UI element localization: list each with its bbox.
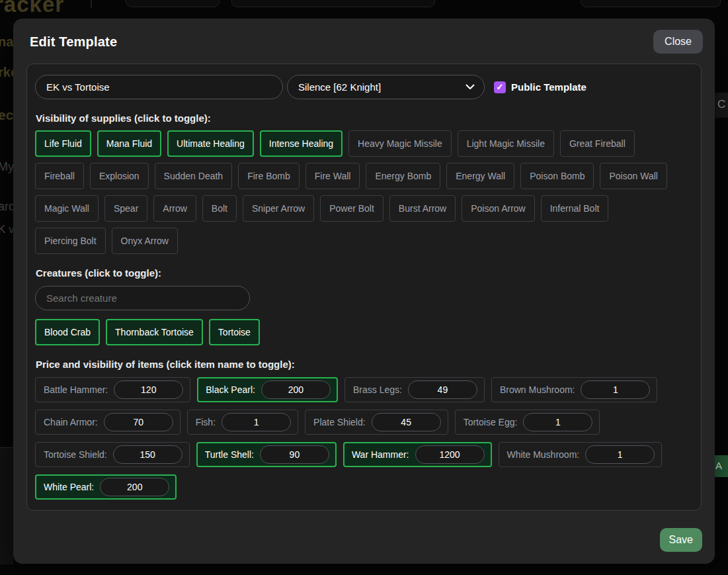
item-tortoise-egg: Tortoise Egg: [455,410,600,435]
supply-toggle-life-fluid[interactable]: Life Fluid [35,130,91,157]
creature-toggle-tortoise[interactable]: Tortoise [209,319,260,345]
item-war-hammer: War Hammer: [343,442,492,467]
supply-toggle-poison-wall[interactable]: Poison Wall [600,163,667,189]
supply-toggle-piercing-bolt[interactable]: Piercing Bolt [35,228,106,254]
item-name-toggle-plate-shield[interactable]: Plate Shield: [313,417,366,427]
item-name-toggle-white-mushroom[interactable]: White Mushroom: [507,449,580,460]
creatures-row: Blood CrabThornback TortoiseTortoise [35,319,693,345]
checkbox-box: ✓ [494,81,506,93]
background-logo-partial: racker [0,0,64,17]
supply-toggle-heavy-magic-missile[interactable]: Heavy Magic Missile [348,130,452,157]
supply-toggle-great-fireball[interactable]: Great Fireball [560,130,635,157]
item-name-toggle-white-pearl[interactable]: White Pearl: [44,482,94,492]
character-select[interactable]: Silence [62 Knight] [287,75,485,99]
item-price-input-chain-armor[interactable] [104,413,173,431]
creatures-section-label: Creatures (click to toggle): [36,267,693,279]
item-tortoise-shield: Tortoise Shield: [35,442,190,467]
item-name-toggle-brass-legs[interactable]: Brass Legs: [353,384,402,395]
item-plate-shield: Plate Shield: [305,410,448,435]
edit-template-modal: Edit Template Close Silence [62 Knight] … [13,19,715,564]
supplies-row: Magic WallSpearArrowBoltSniper ArrowPowe… [35,195,693,222]
character-select-value: Silence [62 Knight] [298,81,381,93]
supply-toggle-arrow[interactable]: Arrow [153,195,196,222]
checkmark-icon: ✓ [497,83,504,91]
items-grid: Battle Hammer:Black Pearl:Brass Legs:Bro… [35,377,693,500]
supply-toggle-energy-bomb[interactable]: Energy Bomb [366,163,440,189]
supplies-row: Life FluidMana FluidUltimate HealingInte… [35,130,693,157]
supply-toggle-onyx-arrow[interactable]: Onyx Arrow [112,228,178,254]
item-name-toggle-war-hammer[interactable]: War Hammer: [352,449,409,460]
item-price-input-battle-hammer[interactable] [114,380,183,399]
supply-toggle-sudden-death[interactable]: Sudden Death [155,163,233,189]
template-header-row: Silence [62 Knight] ✓ Public Template [35,75,693,99]
item-price-input-white-mushroom[interactable] [585,445,655,464]
public-template-label: Public Template [511,81,586,93]
supply-toggle-mana-fluid[interactable]: Mana Fluid [97,130,161,157]
item-fish: Fish: [187,410,298,435]
save-button[interactable]: Save [660,528,702,552]
background-tab [231,0,435,7]
item-price-input-black-pearl[interactable] [261,380,331,399]
creatures-grid: Blood CrabThornback TortoiseTortoise [35,319,693,345]
item-chain-armor: Chain Armor: [35,410,181,435]
creature-search-input[interactable] [35,286,250,310]
item-name-toggle-fish[interactable]: Fish: [196,417,216,427]
supplies-row: FireballExplosionSudden DeathFire BombFi… [35,163,693,189]
creature-toggle-blood-crab[interactable]: Blood Crab [35,319,100,345]
supplies-row: Piercing BoltOnyx Arrow [35,228,693,254]
item-price-input-white-pearl[interactable] [100,478,169,496]
template-name-input[interactable] [35,75,283,99]
item-name-toggle-brown-mushroom[interactable]: Brown Mushroom: [500,384,575,395]
supply-toggle-explosion[interactable]: Explosion [90,163,149,189]
supply-toggle-bolt[interactable]: Bolt [202,195,237,222]
public-template-checkbox[interactable]: ✓ Public Template [494,81,586,93]
background-text-fragment: My [0,160,14,174]
supply-toggle-energy-wall[interactable]: Energy Wall [446,163,514,189]
supply-toggle-poison-arrow[interactable]: Poison Arrow [462,195,534,222]
close-button[interactable]: Close [653,30,703,54]
background-tab [581,0,721,7]
supply-toggle-ultimate-healing[interactable]: Ultimate Healing [167,130,254,157]
supply-toggle-fireball[interactable]: Fireball [35,163,84,189]
supply-toggle-infernal-bolt[interactable]: Infernal Bolt [541,195,609,222]
item-name-toggle-black-pearl[interactable]: Black Pearl: [206,384,255,395]
item-name-toggle-chain-armor[interactable]: Chain Armor: [44,417,98,427]
item-white-pearl: White Pearl: [35,474,177,500]
modal-footer: Save [13,516,715,564]
item-name-toggle-tortoise-shield[interactable]: Tortoise Shield: [44,449,107,460]
item-name-toggle-battle-hammer[interactable]: Battle Hammer: [44,384,108,395]
supply-toggle-spear[interactable]: Spear [104,195,147,222]
items-row: Chain Armor:Fish:Plate Shield:Tortoise E… [35,410,693,435]
background-tab [126,0,220,7]
supply-toggle-light-magic-missile[interactable]: Light Magic Missile [458,130,554,157]
supplies-section-label: Visibility of supplies (click to toggle)… [36,112,693,124]
item-price-input-tortoise-shield[interactable] [113,445,182,464]
item-white-mushroom: White Mushroom: [499,442,663,467]
items-row: Tortoise Shield:Turtle Shell:War Hammer:… [35,442,693,467]
template-form-panel: Silence [62 Knight] ✓ Public Template Vi… [26,64,702,511]
supply-toggle-burst-arrow[interactable]: Burst Arrow [389,195,456,222]
supply-toggle-power-bolt[interactable]: Power Bolt [320,195,384,222]
item-price-input-turtle-shell[interactable] [260,445,329,464]
item-name-toggle-tortoise-egg[interactable]: Tortoise Egg: [464,417,518,427]
supplies-grid: Life FluidMana FluidUltimate HealingInte… [35,130,693,254]
supply-toggle-magic-wall[interactable]: Magic Wall [35,195,99,222]
supply-toggle-sniper-arrow[interactable]: Sniper Arrow [243,195,314,222]
item-price-input-brass-legs[interactable] [408,380,477,399]
creature-toggle-thornback-tortoise[interactable]: Thornback Tortoise [106,319,203,345]
chevron-down-icon [465,84,475,90]
item-price-input-brown-mushroom[interactable] [581,380,650,399]
item-price-input-plate-shield[interactable] [372,413,441,431]
supply-toggle-poison-bomb[interactable]: Poison Bomb [520,163,594,189]
items-section-label: Price and visibility of items (click ite… [36,359,693,370]
item-price-input-tortoise-egg[interactable] [523,413,592,431]
item-name-toggle-turtle-shell[interactable]: Turtle Shell: [205,449,254,460]
item-price-input-war-hammer[interactable] [415,445,485,464]
modal-title: Edit Template [30,34,117,50]
item-price-input-fish[interactable] [222,413,291,431]
modal-header: Edit Template Close [13,19,715,64]
background-divider [91,0,92,8]
supply-toggle-intense-healing[interactable]: Intense Healing [260,130,343,157]
supply-toggle-fire-bomb[interactable]: Fire Bomb [238,163,300,189]
supply-toggle-fire-wall[interactable]: Fire Wall [305,163,360,189]
